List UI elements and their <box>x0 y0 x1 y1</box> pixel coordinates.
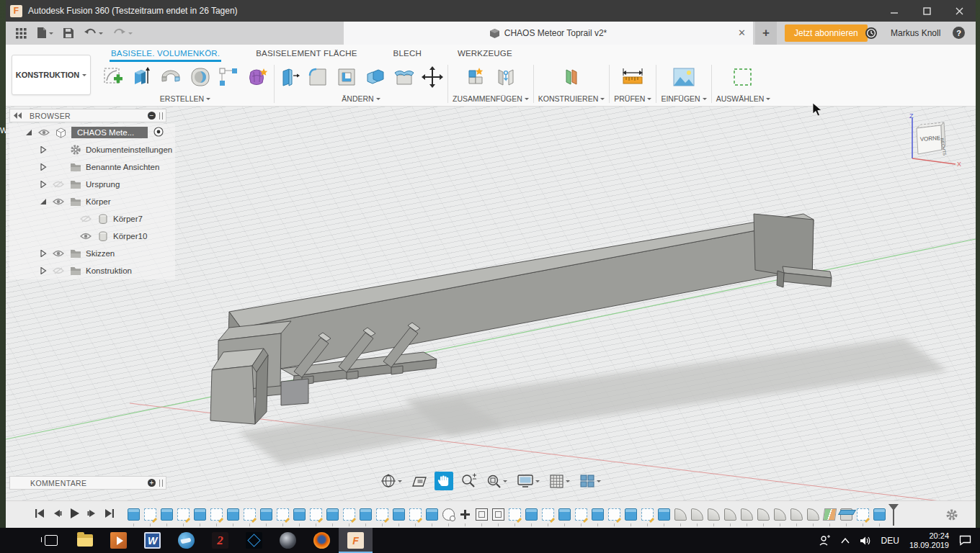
pattern-button[interactable] <box>218 66 239 91</box>
tab-werkzeuge[interactable]: WERKZEUGE <box>456 49 514 62</box>
timeline-feature-icon[interactable] <box>476 508 488 521</box>
timeline-feature-icon[interactable] <box>757 508 770 521</box>
pan-tool[interactable] <box>435 472 453 490</box>
look-at-tool[interactable] <box>409 472 429 490</box>
timeline-feature-icon[interactable] <box>824 508 836 521</box>
timeline-feature-icon[interactable] <box>227 508 239 521</box>
visibility-eye-icon[interactable] <box>52 181 65 188</box>
timeline-feature-icon[interactable] <box>260 508 272 521</box>
taskbar-app-button[interactable]: F <box>339 528 373 553</box>
expand-arrow-icon[interactable] <box>38 163 48 171</box>
minimize-button[interactable] <box>878 0 911 22</box>
timeline-feature-icon[interactable] <box>144 508 156 521</box>
press-pull-button[interactable] <box>279 66 300 91</box>
view-cube[interactable]: Z X VORNE RECHTS <box>899 112 966 168</box>
fit-tool[interactable] <box>484 471 509 491</box>
timeline-feature-icon[interactable] <box>575 508 587 521</box>
tree-item[interactable]: Ursprung <box>9 176 175 193</box>
taskbar-app-button[interactable] <box>305 528 339 553</box>
timeline-feature-icon[interactable] <box>459 508 471 521</box>
timeline-feature-icon[interactable] <box>641 508 654 521</box>
expand-arrow-icon[interactable] <box>38 146 48 153</box>
move-button[interactable] <box>422 66 443 91</box>
viewport-canvas[interactable]: Z X VORNE RECHTS BROWSER − <box>6 107 976 500</box>
timeline-feature-icon[interactable] <box>724 508 736 521</box>
tree-item[interactable]: Dokumenteinstellungen <box>9 141 175 158</box>
timeline-feature-icon[interactable] <box>857 508 869 521</box>
timeline-feature-icon[interactable] <box>625 508 637 521</box>
timeline-feature-icon[interactable] <box>277 508 289 521</box>
timeline-feature-icon[interactable] <box>509 508 521 521</box>
timeline-feature-icon[interactable] <box>161 508 173 521</box>
visibility-eye-icon[interactable] <box>79 233 92 240</box>
app-grid-icon[interactable] <box>16 28 27 39</box>
tree-item[interactable]: Körper10 <box>9 228 175 245</box>
timeline-feature-icon[interactable] <box>658 508 670 521</box>
people-icon[interactable] <box>819 535 831 546</box>
expand-arrow-icon[interactable] <box>38 181 48 188</box>
taskbar-app-button[interactable]: W <box>135 528 169 553</box>
volume-icon[interactable] <box>860 536 871 546</box>
timeline-feature-icon[interactable] <box>741 508 753 521</box>
clock[interactable]: 20:24 18.09.2019 <box>909 531 949 550</box>
joint-button[interactable] <box>495 66 517 91</box>
undo-button[interactable] <box>84 28 103 38</box>
action-center-icon[interactable] <box>959 535 971 546</box>
comments-panel-header[interactable]: KOMMENTARE + <box>9 476 166 490</box>
save-button[interactable] <box>63 28 74 38</box>
step-forward-button[interactable] <box>87 508 97 521</box>
workspace-selector[interactable]: KONSTRUKTION <box>12 55 91 95</box>
title-bar[interactable]: F Autodesk Fusion 360 (Testzeitraum ende… <box>6 0 976 22</box>
expand-arrow-icon[interactable] <box>66 233 75 240</box>
taskbar-app-button[interactable] <box>271 528 305 553</box>
tree-item[interactable]: Skizzen <box>9 245 175 262</box>
timeline-feature-icon[interactable] <box>343 508 355 521</box>
timeline-feature-icon[interactable] <box>774 508 786 521</box>
subscribe-button[interactable]: Jetzt abonnieren <box>785 24 868 42</box>
timeline-feature-icon[interactable] <box>492 508 504 521</box>
construction-plane-button[interactable] <box>560 66 583 91</box>
timeline-feature-icon[interactable] <box>426 508 438 521</box>
expand-arrow-icon[interactable] <box>24 129 33 136</box>
taskbar-app-button[interactable] <box>0 528 34 553</box>
orbit-tool[interactable] <box>378 471 404 491</box>
shell-button[interactable] <box>335 66 358 91</box>
taskbar-app-button[interactable] <box>34 528 68 553</box>
activate-component-radio[interactable] <box>153 127 164 138</box>
zoom-tool[interactable] <box>458 471 478 491</box>
timeline-feature-icon[interactable] <box>194 508 206 521</box>
visibility-eye-icon[interactable] <box>52 250 65 257</box>
tray-chevron-up-icon[interactable] <box>841 538 850 544</box>
step-back-button[interactable] <box>52 508 62 521</box>
timeline-feature-icon[interactable] <box>708 508 720 521</box>
timeline-feature-icon[interactable] <box>542 508 554 521</box>
combine-button[interactable] <box>364 66 387 91</box>
expand-circle-icon[interactable]: + <box>148 479 156 487</box>
go-to-end-button[interactable] <box>104 508 115 521</box>
create-sketch-button[interactable] <box>101 66 124 91</box>
tab-basiselement-flaeche[interactable]: BASISELEMENT FLÄCHE <box>254 49 358 62</box>
viewports-tool[interactable] <box>577 472 603 490</box>
timeline-feature-icon[interactable] <box>674 508 687 521</box>
insert-canvas-button[interactable] <box>672 66 696 91</box>
panel-grip[interactable] <box>159 112 163 120</box>
visibility-eye-icon[interactable] <box>79 215 92 222</box>
fillet-button[interactable] <box>306 66 329 91</box>
tree-item[interactable]: Benannte Ansichten <box>9 158 175 176</box>
document-tab[interactable]: CHAOS Meteor Toprail v2* ✕ <box>344 22 753 45</box>
form-button[interactable] <box>245 66 270 91</box>
grid-settings-tool[interactable] <box>547 472 572 491</box>
visibility-eye-icon[interactable] <box>52 267 65 274</box>
timeline-feature-icon[interactable] <box>608 508 620 521</box>
language-indicator[interactable]: DEU <box>881 536 899 546</box>
user-account-button[interactable]: Markus Knoll <box>891 28 940 38</box>
taskbar-app-button[interactable] <box>102 528 135 553</box>
timeline-feature-icon[interactable] <box>293 508 306 521</box>
taskbar-app-button[interactable] <box>169 528 203 553</box>
timeline-feature-icon[interactable] <box>360 508 372 521</box>
timeline-position-marker[interactable] <box>888 504 899 526</box>
display-settings-tool[interactable] <box>514 472 542 490</box>
timeline-feature-icon[interactable] <box>128 508 140 521</box>
root-document-label[interactable]: CHAOS Mete... <box>71 127 148 138</box>
split-body-button[interactable] <box>393 66 416 91</box>
